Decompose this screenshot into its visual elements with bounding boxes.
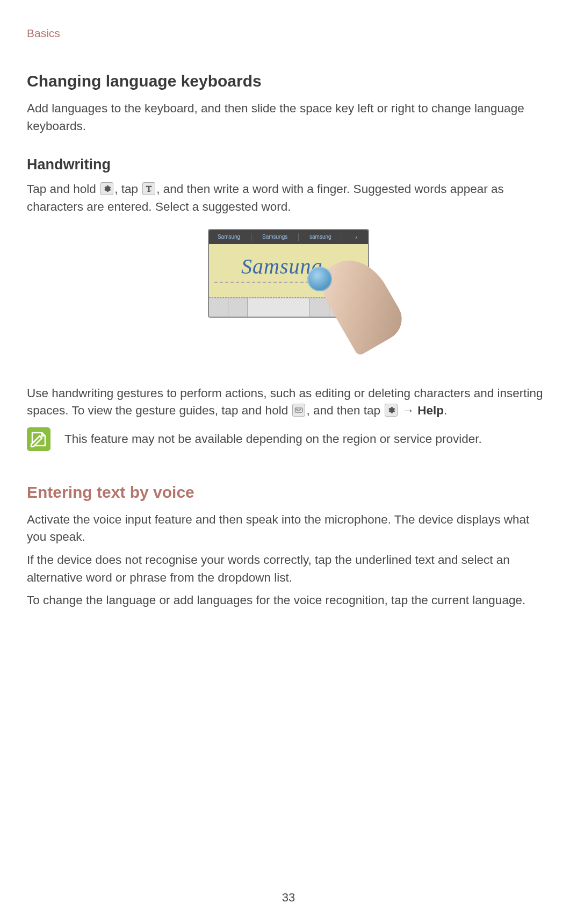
text: .: [444, 404, 447, 417]
note-icon: [27, 427, 51, 451]
text: Tap and hold: [27, 182, 99, 196]
svg-rect-1: [296, 409, 297, 410]
heading-entering-text-voice: Entering text by voice: [27, 483, 550, 502]
suggestion: Samsung: [218, 234, 240, 240]
keyboard-icon: [292, 404, 305, 417]
page-header: Basics: [27, 27, 556, 40]
heading-handwriting: Handwriting: [27, 156, 550, 173]
svg-rect-3: [299, 409, 299, 410]
paragraph: Activate the voice input feature and the…: [27, 511, 550, 546]
text: , and then tap: [306, 404, 384, 417]
suggestion: Samsungs: [262, 234, 287, 240]
note-callout: This feature may not be available depend…: [27, 427, 550, 451]
svg-rect-4: [300, 409, 301, 410]
svg-rect-2: [298, 409, 298, 410]
svg-rect-0: [295, 408, 302, 412]
help-label: Help: [417, 404, 444, 417]
figure-handwriting: Samsung Samsungs samsung › Samsung: [27, 229, 550, 369]
heading-changing-language: Changing language keyboards: [27, 72, 550, 90]
svg-rect-5: [297, 411, 300, 411]
text: , tap: [114, 182, 141, 196]
gear-icon: [385, 404, 398, 417]
text: →: [399, 404, 417, 417]
paragraph: To change the language or add languages …: [27, 592, 550, 610]
page-content: Changing language keyboards Add language…: [27, 72, 550, 610]
handwriting-t-icon: [142, 182, 155, 195]
suggestion-bar: Samsung Samsungs samsung ›: [209, 230, 368, 244]
paragraph: Add languages to the keyboard, and then …: [27, 100, 550, 135]
chevron-right-icon: ›: [353, 234, 359, 240]
page-number: 33: [0, 891, 577, 905]
paragraph: Use handwriting gestures to perform acti…: [27, 385, 550, 420]
finger-illustration: [302, 261, 377, 369]
text: Use handwriting gestures to perform acti…: [27, 386, 543, 418]
paragraph: If the device does not recognise your wo…: [27, 551, 550, 586]
note-text: This feature may not be available depend…: [64, 427, 550, 448]
paragraph: Tap and hold , tap , and then write a wo…: [27, 181, 550, 216]
suggestion: samsung: [309, 234, 331, 240]
gear-icon: [100, 182, 113, 195]
